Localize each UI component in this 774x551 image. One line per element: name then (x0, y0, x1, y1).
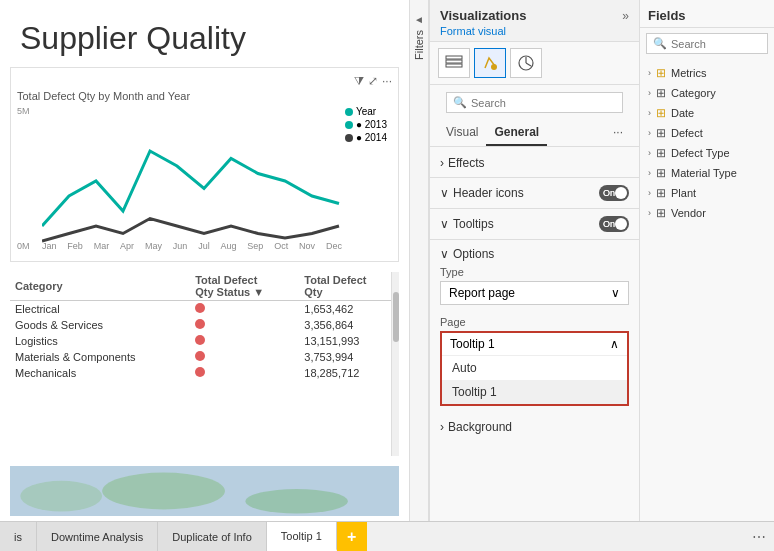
expand-tabs-button[interactable]: ⋯ (744, 522, 774, 551)
page-dropdown[interactable]: Tooltip 1 ∧ Auto Tooltip 1 (440, 331, 629, 406)
header-icons-toggle[interactable]: On (599, 185, 629, 201)
field-label: Defect Type (671, 147, 730, 159)
chevron-icon: › (648, 168, 651, 178)
tooltips-toggle[interactable]: On (599, 216, 629, 232)
filter-sidebar[interactable]: ◄ Filters (409, 0, 429, 521)
filter-arrow-icon[interactable]: ◄ (414, 14, 424, 25)
fields-search-bar[interactable]: 🔍 (646, 33, 768, 54)
effects-label: Effects (448, 156, 484, 170)
chevron-down-icon-3: ∨ (440, 247, 449, 261)
expand-icon[interactable]: ⤢ (368, 74, 378, 88)
legend-2014-label: ● 2014 (356, 132, 387, 143)
viz-icon-format[interactable] (474, 48, 506, 78)
tab-tooltip-1[interactable]: Tooltip 1 (267, 522, 337, 551)
svg-rect-5 (446, 60, 462, 63)
svg-point-1 (20, 481, 102, 512)
legend-2013: Year (356, 106, 376, 117)
tab-more[interactable]: ··· (605, 120, 631, 146)
section-background[interactable]: › Background (430, 415, 639, 439)
viz-icon-analytics[interactable] (510, 48, 542, 78)
table-icon: ⊞ (656, 206, 666, 220)
viz-icon-table[interactable] (438, 48, 470, 78)
viz-icons-row (430, 42, 639, 85)
table-row: Materials & Components 3,753,994 (10, 349, 399, 365)
dropdown-up-icon: ∧ (610, 337, 619, 351)
chevron-icon: › (648, 208, 651, 218)
chevron-right-icon-bg: › (440, 420, 444, 434)
field-category[interactable]: › ⊞ Category (640, 83, 774, 103)
chevron-icon: › (648, 108, 651, 118)
add-tab-button[interactable]: + (337, 522, 367, 551)
filter-icon[interactable]: ⧩ (354, 74, 364, 88)
table-icon: ⊞ (656, 126, 666, 140)
field-date[interactable]: › ⊞ Date (640, 103, 774, 123)
tab-general[interactable]: General (486, 120, 547, 146)
type-value: Report page (449, 286, 515, 300)
dropdown-item-auto[interactable]: Auto (442, 356, 627, 380)
table-row: Logistics 13,151,993 (10, 333, 399, 349)
table-icon: ⊞ (656, 86, 666, 100)
fields-search-icon: 🔍 (653, 37, 667, 50)
table-row: Goods & Services 3,356,864 (10, 317, 399, 333)
data-table-container: Category Total DefectQty Status ▼ Total … (10, 272, 399, 456)
field-plant[interactable]: › ⊞ Plant (640, 183, 774, 203)
field-label: Material Type (671, 167, 737, 179)
tab-is[interactable]: is (0, 522, 37, 551)
section-effects[interactable]: › Effects (430, 151, 639, 175)
dropdown-item-tooltip1[interactable]: Tooltip 1 (442, 380, 627, 404)
tab-duplicate-of-info[interactable]: Duplicate of Info (158, 522, 267, 551)
field-label: Defect (671, 127, 703, 139)
viz-header: Visualizations » Format visual (430, 0, 639, 42)
field-material-type[interactable]: › ⊞ Material Type (640, 163, 774, 183)
field-label: Date (671, 107, 694, 119)
page-selected-value: Tooltip 1 (450, 337, 495, 351)
field-label: Category (671, 87, 716, 99)
type-dropdown[interactable]: Report page ∨ (440, 281, 629, 305)
fields-title: Fields (648, 8, 686, 23)
table-icon: ⊞ (656, 146, 666, 160)
field-defect[interactable]: › ⊞ Defect (640, 123, 774, 143)
chevron-icon: › (648, 88, 651, 98)
x-axis: JanFebMarAprMayJun JulAugSepOctNovDec (42, 241, 342, 251)
field-vendor[interactable]: › ⊞ Vendor (640, 203, 774, 223)
svg-rect-6 (446, 64, 462, 67)
chevron-right-icon: › (440, 156, 444, 170)
report-canvas: Supplier Quality ⧩ ⤢ ··· Total Defect Qt… (0, 0, 409, 521)
tab-visual[interactable]: Visual (438, 120, 486, 146)
chart-legend: Year ● 2013 ● 2014 (345, 106, 387, 145)
section-tooltips[interactable]: ∨ Tooltips On (430, 211, 639, 237)
viz-subtitle[interactable]: Format visual (440, 25, 629, 37)
col-qty: Total DefectQty (299, 272, 399, 301)
viz-search-input[interactable] (471, 97, 616, 109)
dropdown-header[interactable]: Tooltip 1 ∧ (442, 333, 627, 356)
fields-header: Fields (640, 0, 774, 28)
fields-panel: Fields 🔍 › ⊞ Metrics › ⊞ Category › ⊞ Da… (639, 0, 774, 521)
chevron-icon: › (648, 188, 651, 198)
field-metrics[interactable]: › ⊞ Metrics (640, 63, 774, 83)
viz-sections: › Effects ∨ Header icons On (430, 147, 639, 521)
chevron-down-icon-2: ∨ (440, 217, 449, 231)
chevron-down-icon: ∨ (440, 186, 449, 200)
section-header-icons[interactable]: ∨ Header icons On (430, 180, 639, 206)
fields-search-input[interactable] (671, 38, 774, 50)
table-row: Mechanicals 18,285,712 (10, 365, 399, 381)
chart-title: Total Defect Qty by Month and Year (17, 90, 392, 102)
chart-svg (42, 106, 342, 286)
viz-search-bar[interactable]: 🔍 (446, 92, 623, 113)
svg-point-7 (491, 64, 497, 70)
visualizations-panel: Visualizations » Format visual 🔍 (429, 0, 639, 521)
more-icon[interactable]: ··· (382, 74, 392, 88)
section-options[interactable]: ∨ Options (430, 242, 639, 266)
svg-rect-4 (446, 56, 462, 59)
dropdown-list: Auto Tooltip 1 (442, 356, 627, 404)
options-section: Type Report page ∨ (430, 266, 639, 316)
fields-list: › ⊞ Metrics › ⊞ Category › ⊞ Date › ⊞ De… (640, 59, 774, 521)
data-table: Category Total DefectQty Status ▼ Total … (10, 272, 399, 381)
filter-label[interactable]: Filters (411, 25, 427, 65)
bottom-tabs: is Downtime Analysis Duplicate of Info T… (0, 521, 774, 551)
field-defect-type[interactable]: › ⊞ Defect Type (640, 143, 774, 163)
chevron-icon: › (648, 68, 651, 78)
tab-downtime-analysis[interactable]: Downtime Analysis (37, 522, 158, 551)
viz-expand-icon[interactable]: » (622, 9, 629, 23)
field-label: Metrics (671, 67, 706, 79)
